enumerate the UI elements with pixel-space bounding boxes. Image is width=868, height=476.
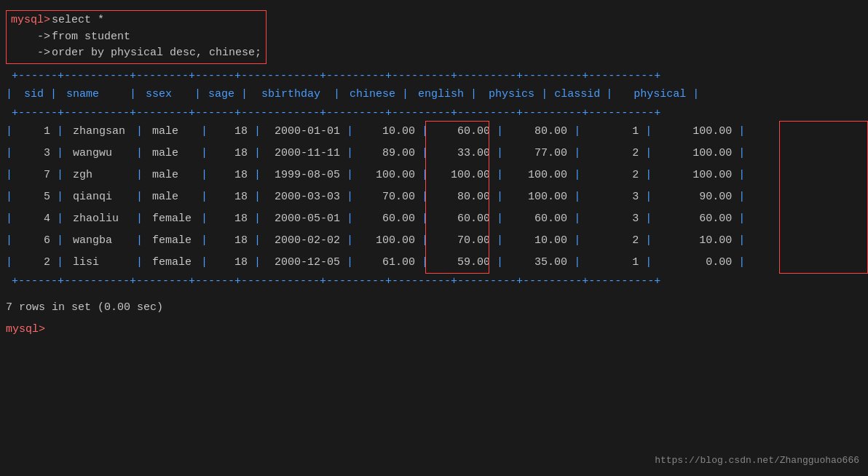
sep: | — [130, 84, 136, 106]
table-row: | 1 | zhangsan | male | 18 | 2000-01-01 … — [6, 121, 862, 143]
header-ssex: ssex — [136, 84, 194, 106]
results-table: +------+----------+--------+------+-----… — [0, 68, 868, 289]
sep: | — [334, 84, 340, 106]
header-sid: sid — [12, 84, 50, 106]
arrow-1: -> — [11, 29, 50, 46]
table-row: | 2 | lisi | female | 18 | 2000-12-05 | … — [6, 252, 862, 274]
header-sbday: sbirthday — [248, 84, 334, 106]
header-physical: physical — [612, 84, 693, 106]
table-header: | sid | sname | ssex | sage | sbirthday … — [6, 84, 862, 106]
header-sname: sname — [57, 84, 130, 106]
sep: | — [402, 84, 409, 106]
footer: 7 rows in set (0.00 sec) mysql> — [0, 289, 868, 338]
sep: | — [6, 84, 12, 106]
footer-mysql-prompt: mysql> — [6, 323, 45, 336]
sql-command-block: mysql> select * -> from student -> order… — [0, 7, 868, 67]
sep: | — [541, 84, 548, 106]
rows-info: 7 rows in set (0.00 sec) — [6, 295, 862, 320]
sep: | — [606, 84, 612, 106]
sql-line-1: mysql> select * — [11, 12, 261, 29]
sep: | — [50, 84, 57, 106]
sql-text-1: select * — [52, 12, 104, 29]
sql-text-2: from student — [52, 29, 130, 46]
table-row: | 5 | qianqi | male | 18 | 2000-03-03 | … — [6, 186, 862, 208]
sep: | — [241, 84, 248, 106]
watermark: https://blog.csdn.net/Zhangguohao666 — [655, 455, 859, 466]
arrow-2: -> — [11, 45, 50, 62]
terminal: mysql> select * -> from student -> order… — [0, 0, 868, 476]
divider-bot: +------+----------+--------+------+-----… — [6, 274, 862, 289]
sep: | — [693, 84, 699, 106]
table-row: | 4 | zhaoliu | female | 18 | 2000-05-01… — [6, 208, 862, 230]
footer-prompt-line: mysql> — [6, 323, 862, 336]
divider-top: +------+----------+--------+------+-----… — [6, 68, 862, 84]
header-sage: sage — [201, 84, 241, 106]
header-english: english — [409, 84, 470, 106]
sql-text-3: order by physical desc, chinese; — [52, 45, 261, 62]
table-body: | 1 | zhangsan | male | 18 | 2000-01-01 … — [6, 121, 862, 274]
table-row: | 6 | wangba | female | 18 | 2000-02-02 … — [6, 230, 862, 252]
sql-line-2: -> from student — [11, 29, 261, 46]
divider-mid: +------+----------+--------+------+-----… — [6, 106, 862, 121]
table-row: | 7 | zgh | male | 18 | 1999-08-05 | 100… — [6, 164, 862, 186]
header-classid: classid — [548, 84, 606, 106]
header-physics: physics — [477, 84, 541, 106]
table-row: | 3 | wangwu | male | 18 | 2000-11-11 | … — [6, 143, 862, 164]
mysql-prompt: mysql> — [11, 12, 50, 29]
sep: | — [194, 84, 201, 106]
sql-line-3: -> order by physical desc, chinese; — [11, 45, 261, 62]
header-chinese: chinese — [340, 84, 402, 106]
sql-box: mysql> select * -> from student -> order… — [6, 10, 267, 64]
sep: | — [470, 84, 477, 106]
